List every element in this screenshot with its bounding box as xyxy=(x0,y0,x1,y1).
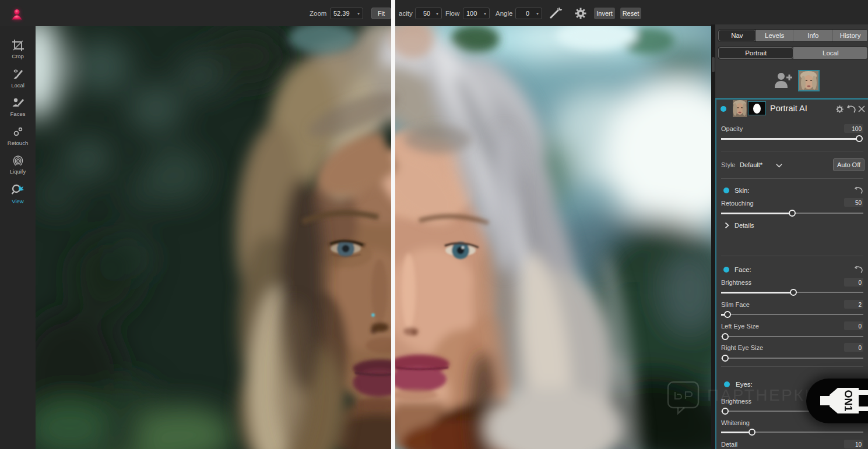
svg-text:ON1: ON1 xyxy=(842,390,854,411)
